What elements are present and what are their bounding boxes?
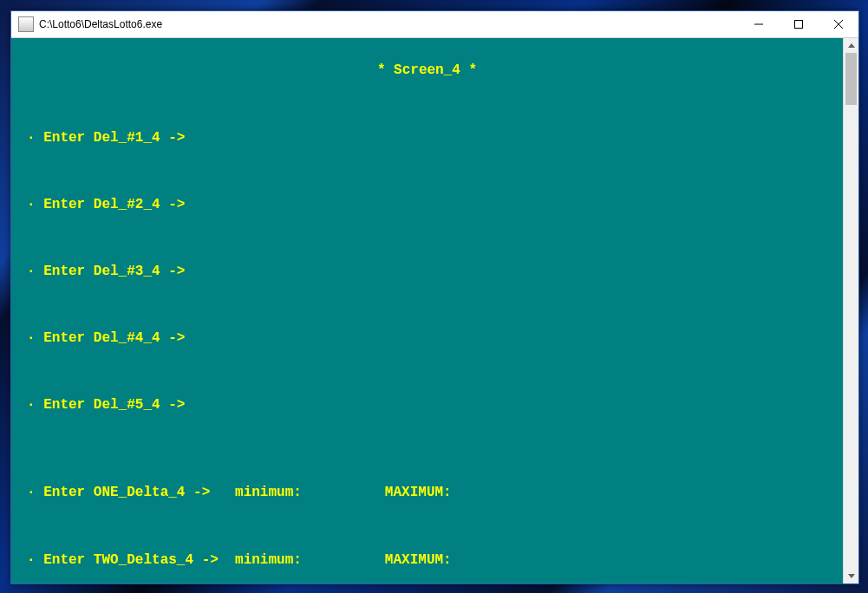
svg-rect-1 [795,21,803,29]
close-button[interactable] [819,11,858,37]
titlebar[interactable]: C:\Lotto6\DeltasLotto6.exe [11,11,858,38]
console-output[interactable]: * Screen_4 * · Enter Del_#1_4 -> · Enter… [11,38,843,583]
vertical-scrollbar[interactable] [843,38,858,583]
window-title: C:\Lotto6\DeltasLotto6.exe [39,18,739,30]
window-controls [739,11,858,37]
scroll-thumb[interactable] [845,53,857,105]
screen-header: * Screen_4 * [27,62,827,78]
scroll-up-arrow-icon[interactable] [844,38,858,53]
scroll-down-arrow-icon[interactable] [844,569,858,583]
console-window: C:\Lotto6\DeltasLotto6.exe * Screen_4 * … [10,10,859,584]
maximize-button[interactable] [779,11,819,37]
prompt-line: · Enter Del_#5_4 -> [27,397,827,413]
prompt-line: · Enter Del_#1_4 -> [27,130,827,146]
client-area: * Screen_4 * · Enter Del_#1_4 -> · Enter… [11,38,858,583]
prompt-line: · Enter Del_#3_4 -> [27,264,827,279]
prompt-line: · Enter Del_#2_4 -> [27,197,827,212]
prompt-line: · Enter ONE_Delta_4 -> minimum: MAXIMUM: [27,485,827,500]
prompt-line: · Enter Del_#4_4 -> [27,330,827,346]
app-icon [18,16,34,32]
svg-marker-5 [848,574,855,578]
svg-marker-4 [848,43,855,48]
minimize-button[interactable] [739,11,779,37]
prompt-line: · Enter TWO_Deltas_4 -> minimum: MAXIMUM… [27,552,827,568]
desktop-background: C:\Lotto6\DeltasLotto6.exe * Screen_4 * … [0,0,868,593]
